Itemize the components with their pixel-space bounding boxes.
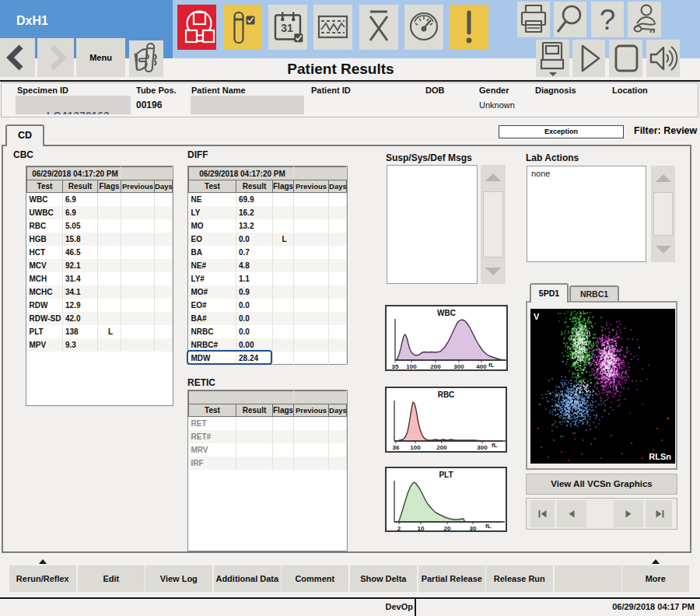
svg-text:20: 20 <box>444 525 451 530</box>
svg-text:400: 400 <box>476 363 487 369</box>
svg-text:10: 10 <box>418 525 425 530</box>
svg-text:PLT: PLT <box>439 471 453 479</box>
svg-text:31: 31 <box>281 22 293 34</box>
svg-text:35: 35 <box>392 363 399 369</box>
svg-text:300: 300 <box>477 444 488 451</box>
svg-text:2: 2 <box>397 525 401 530</box>
svg-text:300: 300 <box>453 363 464 369</box>
svg-text:fL: fL <box>492 442 498 449</box>
svg-text:RBC: RBC <box>438 390 455 399</box>
svg-text:fL: fL <box>488 362 495 369</box>
svg-text:100: 100 <box>410 444 421 451</box>
svg-text:30: 30 <box>470 525 477 530</box>
svg-text:WBC: WBC <box>437 309 456 317</box>
svg-text:36: 36 <box>393 444 400 451</box>
svg-text:100: 100 <box>406 363 417 369</box>
svg-text:200: 200 <box>430 363 441 369</box>
svg-text:fL: fL <box>485 523 492 530</box>
svg-text:?: ? <box>600 4 616 36</box>
svg-text:200: 200 <box>436 444 447 451</box>
